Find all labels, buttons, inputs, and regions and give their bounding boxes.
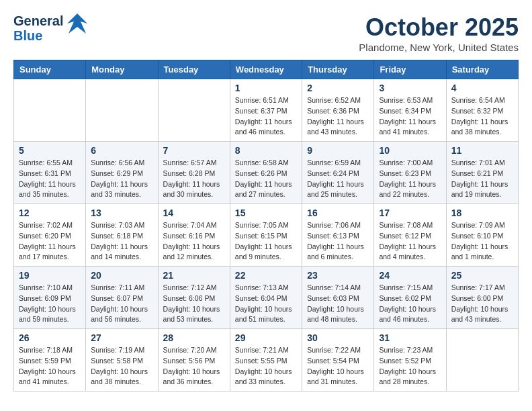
column-header-monday: Monday — [86, 60, 158, 79]
day-number: 20 — [91, 270, 152, 281]
day-number: 5 — [19, 145, 81, 156]
day-info: Sunrise: 7:23 AM Sunset: 5:52 PM Dayligh… — [379, 345, 441, 387]
day-info: Sunrise: 7:14 AM Sunset: 6:03 PM Dayligh… — [307, 283, 369, 325]
calendar-cell: 31Sunrise: 7:23 AM Sunset: 5:52 PM Dayli… — [374, 329, 446, 392]
calendar-cell: 23Sunrise: 7:14 AM Sunset: 6:03 PM Dayli… — [302, 267, 374, 329]
day-number: 30 — [307, 332, 369, 343]
calendar-cell: 2Sunrise: 6:52 AM Sunset: 6:36 PM Daylig… — [302, 79, 374, 142]
day-number: 12 — [19, 208, 81, 218]
day-info: Sunrise: 7:00 AM Sunset: 6:23 PM Dayligh… — [379, 158, 441, 200]
calendar-cell: 28Sunrise: 7:20 AM Sunset: 5:56 PM Dayli… — [158, 329, 230, 392]
calendar-cell: 20Sunrise: 7:11 AM Sunset: 6:07 PM Dayli… — [86, 267, 158, 329]
calendar-cell — [446, 329, 518, 392]
calendar-cell: 1Sunrise: 6:51 AM Sunset: 6:37 PM Daylig… — [230, 79, 302, 142]
day-info: Sunrise: 6:57 AM Sunset: 6:28 PM Dayligh… — [163, 158, 225, 200]
week-row-4: 19Sunrise: 7:10 AM Sunset: 6:09 PM Dayli… — [14, 267, 519, 329]
day-number: 18 — [451, 208, 513, 218]
calendar-cell: 17Sunrise: 7:08 AM Sunset: 6:12 PM Dayli… — [374, 204, 446, 267]
day-info: Sunrise: 7:13 AM Sunset: 6:04 PM Dayligh… — [235, 283, 297, 325]
day-number: 4 — [451, 83, 513, 93]
day-number: 23 — [307, 270, 369, 281]
day-number: 1 — [235, 83, 297, 93]
day-info: Sunrise: 7:21 AM Sunset: 5:55 PM Dayligh… — [235, 345, 297, 387]
calendar-cell: 21Sunrise: 7:12 AM Sunset: 6:06 PM Dayli… — [158, 267, 230, 329]
day-info: Sunrise: 7:12 AM Sunset: 6:06 PM Dayligh… — [163, 283, 225, 325]
day-number: 13 — [91, 208, 152, 218]
calendar-cell: 25Sunrise: 7:17 AM Sunset: 6:00 PM Dayli… — [446, 267, 518, 329]
day-info: Sunrise: 7:22 AM Sunset: 5:54 PM Dayligh… — [307, 345, 369, 387]
day-number: 28 — [163, 332, 225, 343]
week-row-5: 26Sunrise: 7:18 AM Sunset: 5:59 PM Dayli… — [14, 329, 519, 392]
calendar-cell: 6Sunrise: 6:56 AM Sunset: 6:29 PM Daylig… — [86, 142, 158, 204]
day-number: 16 — [307, 208, 369, 218]
day-number: 15 — [235, 208, 297, 218]
calendar-cell: 16Sunrise: 7:06 AM Sunset: 6:13 PM Dayli… — [302, 204, 374, 267]
column-header-sunday: Sunday — [14, 60, 86, 79]
calendar-cell: 3Sunrise: 6:53 AM Sunset: 6:34 PM Daylig… — [374, 79, 446, 142]
logo-blue: Blue — [13, 28, 63, 43]
logo-bird-icon — [67, 13, 87, 43]
day-info: Sunrise: 6:53 AM Sunset: 6:34 PM Dayligh… — [379, 95, 441, 138]
day-info: Sunrise: 7:08 AM Sunset: 6:12 PM Dayligh… — [379, 220, 441, 263]
calendar-cell: 14Sunrise: 7:04 AM Sunset: 6:16 PM Dayli… — [158, 204, 230, 267]
page-header: General Blue October 2025 Plandome, New … — [13, 13, 519, 53]
calendar-cell: 19Sunrise: 7:10 AM Sunset: 6:09 PM Dayli… — [14, 267, 86, 329]
day-info: Sunrise: 7:05 AM Sunset: 6:15 PM Dayligh… — [235, 220, 297, 263]
calendar-cell — [158, 79, 230, 142]
calendar-cell: 7Sunrise: 6:57 AM Sunset: 6:28 PM Daylig… — [158, 142, 230, 204]
day-info: Sunrise: 7:04 AM Sunset: 6:16 PM Dayligh… — [163, 220, 225, 263]
calendar-cell: 15Sunrise: 7:05 AM Sunset: 6:15 PM Dayli… — [230, 204, 302, 267]
svg-marker-0 — [67, 13, 87, 34]
column-header-tuesday: Tuesday — [158, 60, 230, 79]
calendar-cell: 29Sunrise: 7:21 AM Sunset: 5:55 PM Dayli… — [230, 329, 302, 392]
day-number: 17 — [379, 208, 441, 218]
day-number: 24 — [379, 270, 441, 281]
column-header-thursday: Thursday — [302, 60, 374, 79]
calendar-cell: 30Sunrise: 7:22 AM Sunset: 5:54 PM Dayli… — [302, 329, 374, 392]
day-number: 26 — [19, 332, 81, 343]
week-row-1: 1Sunrise: 6:51 AM Sunset: 6:37 PM Daylig… — [14, 79, 519, 142]
day-info: Sunrise: 7:20 AM Sunset: 5:56 PM Dayligh… — [163, 345, 225, 387]
day-info: Sunrise: 7:03 AM Sunset: 6:18 PM Dayligh… — [91, 220, 152, 263]
day-number: 6 — [91, 145, 152, 156]
title-section: October 2025 Plandome, New York, United … — [359, 13, 519, 53]
day-number: 14 — [163, 208, 225, 218]
calendar-table: SundayMondayTuesdayWednesdayThursdayFrid… — [13, 60, 519, 392]
day-info: Sunrise: 6:52 AM Sunset: 6:36 PM Dayligh… — [307, 95, 369, 138]
day-info: Sunrise: 7:15 AM Sunset: 6:02 PM Dayligh… — [379, 283, 441, 325]
logo: General Blue — [13, 13, 87, 43]
day-info: Sunrise: 6:58 AM Sunset: 6:26 PM Dayligh… — [235, 158, 297, 200]
location: Plandome, New York, United States — [359, 42, 519, 53]
day-number: 9 — [307, 145, 369, 156]
calendar-cell: 11Sunrise: 7:01 AM Sunset: 6:21 PM Dayli… — [446, 142, 518, 204]
calendar-cell: 13Sunrise: 7:03 AM Sunset: 6:18 PM Dayli… — [86, 204, 158, 267]
calendar-cell: 22Sunrise: 7:13 AM Sunset: 6:04 PM Dayli… — [230, 267, 302, 329]
day-number: 19 — [19, 270, 81, 281]
day-number: 10 — [379, 145, 441, 156]
calendar-cell: 12Sunrise: 7:02 AM Sunset: 6:20 PM Dayli… — [14, 204, 86, 267]
day-info: Sunrise: 7:06 AM Sunset: 6:13 PM Dayligh… — [307, 220, 369, 263]
column-header-saturday: Saturday — [446, 60, 518, 79]
day-number: 27 — [91, 332, 152, 343]
calendar-cell — [14, 79, 86, 142]
day-info: Sunrise: 7:09 AM Sunset: 6:10 PM Dayligh… — [451, 220, 513, 263]
day-info: Sunrise: 7:11 AM Sunset: 6:07 PM Dayligh… — [91, 283, 152, 325]
day-number: 8 — [235, 145, 297, 156]
calendar-cell: 24Sunrise: 7:15 AM Sunset: 6:02 PM Dayli… — [374, 267, 446, 329]
week-row-3: 12Sunrise: 7:02 AM Sunset: 6:20 PM Dayli… — [14, 204, 519, 267]
day-number: 21 — [163, 270, 225, 281]
calendar-cell: 8Sunrise: 6:58 AM Sunset: 6:26 PM Daylig… — [230, 142, 302, 204]
day-number: 25 — [451, 270, 513, 281]
calendar-cell: 26Sunrise: 7:18 AM Sunset: 5:59 PM Dayli… — [14, 329, 86, 392]
day-info: Sunrise: 7:19 AM Sunset: 5:58 PM Dayligh… — [91, 345, 152, 387]
day-number: 3 — [379, 83, 441, 93]
column-header-wednesday: Wednesday — [230, 60, 302, 79]
calendar-cell — [86, 79, 158, 142]
day-number: 11 — [451, 145, 513, 156]
day-number: 29 — [235, 332, 297, 343]
calendar-cell: 10Sunrise: 7:00 AM Sunset: 6:23 PM Dayli… — [374, 142, 446, 204]
day-number: 2 — [307, 83, 369, 93]
column-header-friday: Friday — [374, 60, 446, 79]
day-info: Sunrise: 7:18 AM Sunset: 5:59 PM Dayligh… — [19, 345, 81, 387]
calendar-header-row: SundayMondayTuesdayWednesdayThursdayFrid… — [14, 60, 519, 79]
